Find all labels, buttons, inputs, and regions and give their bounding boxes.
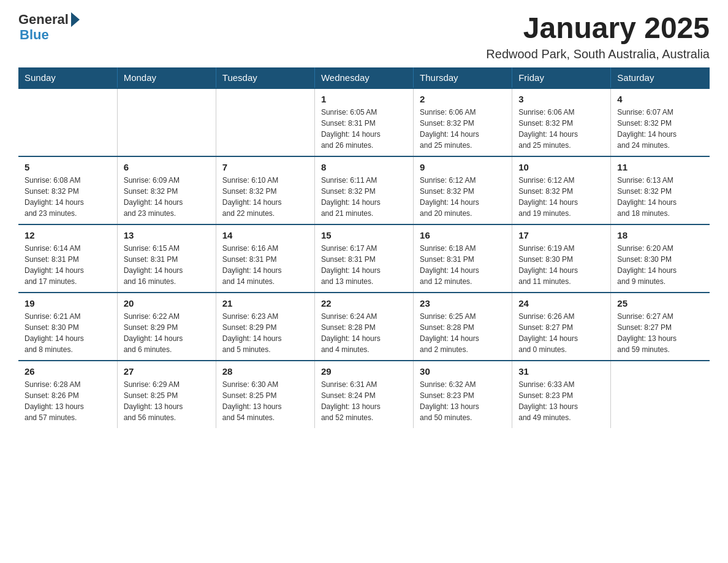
day-number: 29 (321, 366, 407, 377)
day-number: 17 (518, 230, 604, 240)
day-number: 25 (617, 298, 703, 308)
calendar-cell: 5Sunrise: 6:08 AM Sunset: 8:32 PM Daylig… (18, 156, 117, 224)
day-number: 11 (617, 162, 703, 172)
day-number: 16 (420, 230, 506, 240)
calendar-cell: 6Sunrise: 6:09 AM Sunset: 8:32 PM Daylig… (117, 156, 216, 224)
calendar-subtitle: Redwood Park, South Australia, Australia (486, 47, 710, 61)
calendar-cell: 15Sunrise: 6:17 AM Sunset: 8:31 PM Dayli… (314, 224, 413, 293)
day-info: Sunrise: 6:31 AM Sunset: 8:24 PM Dayligh… (321, 379, 407, 423)
day-info: Sunrise: 6:06 AM Sunset: 8:32 PM Dayligh… (518, 107, 604, 151)
day-info: Sunrise: 6:05 AM Sunset: 8:31 PM Dayligh… (321, 107, 407, 151)
calendar-cell: 25Sunrise: 6:27 AM Sunset: 8:27 PM Dayli… (611, 293, 710, 361)
day-number: 4 (617, 94, 703, 104)
day-number: 21 (222, 298, 308, 308)
header-tuesday: Tuesday (216, 67, 314, 88)
day-number: 2 (420, 94, 506, 104)
calendar-cell: 28Sunrise: 6:30 AM Sunset: 8:25 PM Dayli… (216, 361, 314, 428)
day-info: Sunrise: 6:32 AM Sunset: 8:23 PM Dayligh… (420, 379, 506, 423)
day-number: 24 (518, 298, 604, 308)
calendar-cell: 23Sunrise: 6:25 AM Sunset: 8:28 PM Dayli… (414, 293, 512, 361)
calendar-cell: 30Sunrise: 6:32 AM Sunset: 8:23 PM Dayli… (414, 361, 512, 428)
day-number: 31 (518, 366, 604, 377)
calendar-week-row: 12Sunrise: 6:14 AM Sunset: 8:31 PM Dayli… (18, 224, 710, 293)
calendar-cell: 16Sunrise: 6:18 AM Sunset: 8:31 PM Dayli… (414, 224, 512, 293)
day-info: Sunrise: 6:21 AM Sunset: 8:30 PM Dayligh… (25, 311, 111, 355)
day-info: Sunrise: 6:10 AM Sunset: 8:32 PM Dayligh… (222, 175, 308, 219)
calendar-cell (117, 88, 216, 156)
day-number: 8 (321, 162, 407, 172)
calendar-cell: 11Sunrise: 6:13 AM Sunset: 8:32 PM Dayli… (611, 156, 710, 224)
calendar-cell: 10Sunrise: 6:12 AM Sunset: 8:32 PM Dayli… (512, 156, 611, 224)
day-number: 27 (124, 366, 210, 377)
calendar-week-row: 5Sunrise: 6:08 AM Sunset: 8:32 PM Daylig… (18, 156, 710, 224)
calendar-cell: 4Sunrise: 6:07 AM Sunset: 8:32 PM Daylig… (611, 88, 710, 156)
day-info: Sunrise: 6:06 AM Sunset: 8:32 PM Dayligh… (420, 107, 506, 151)
calendar-cell: 20Sunrise: 6:22 AM Sunset: 8:29 PM Dayli… (117, 293, 216, 361)
day-number: 26 (25, 366, 111, 377)
day-number: 28 (222, 366, 308, 377)
day-info: Sunrise: 6:12 AM Sunset: 8:32 PM Dayligh… (518, 175, 604, 219)
day-info: Sunrise: 6:26 AM Sunset: 8:27 PM Dayligh… (518, 311, 604, 355)
day-number: 20 (124, 298, 210, 308)
logo: General Blue (18, 12, 81, 43)
calendar-cell: 26Sunrise: 6:28 AM Sunset: 8:26 PM Dayli… (18, 361, 117, 428)
day-info: Sunrise: 6:08 AM Sunset: 8:32 PM Dayligh… (25, 175, 111, 219)
logo-blue-text: Blue (20, 27, 49, 43)
calendar-table: SundayMondayTuesdayWednesdayThursdayFrid… (18, 67, 710, 428)
day-number: 30 (420, 366, 506, 377)
calendar-week-row: 26Sunrise: 6:28 AM Sunset: 8:26 PM Dayli… (18, 361, 710, 428)
day-info: Sunrise: 6:24 AM Sunset: 8:28 PM Dayligh… (321, 311, 407, 355)
day-info: Sunrise: 6:09 AM Sunset: 8:32 PM Dayligh… (124, 175, 210, 219)
header-sunday: Sunday (18, 67, 117, 88)
calendar-cell: 27Sunrise: 6:29 AM Sunset: 8:25 PM Dayli… (117, 361, 216, 428)
day-info: Sunrise: 6:18 AM Sunset: 8:31 PM Dayligh… (420, 243, 506, 287)
day-info: Sunrise: 6:16 AM Sunset: 8:31 PM Dayligh… (222, 243, 308, 287)
calendar-cell: 7Sunrise: 6:10 AM Sunset: 8:32 PM Daylig… (216, 156, 314, 224)
calendar-cell (18, 88, 117, 156)
day-number: 22 (321, 298, 407, 308)
page-header: General Blue January 2025 Redwood Park, … (18, 12, 710, 61)
logo-top: General (18, 12, 81, 27)
day-number: 5 (25, 162, 111, 172)
header-wednesday: Wednesday (314, 67, 413, 88)
day-info: Sunrise: 6:27 AM Sunset: 8:27 PM Dayligh… (617, 311, 703, 355)
day-number: 9 (420, 162, 506, 172)
day-info: Sunrise: 6:13 AM Sunset: 8:32 PM Dayligh… (617, 175, 703, 219)
day-info: Sunrise: 6:12 AM Sunset: 8:32 PM Dayligh… (420, 175, 506, 219)
day-info: Sunrise: 6:33 AM Sunset: 8:23 PM Dayligh… (518, 379, 604, 423)
day-number: 23 (420, 298, 506, 308)
day-info: Sunrise: 6:07 AM Sunset: 8:32 PM Dayligh… (617, 107, 703, 151)
calendar-cell: 13Sunrise: 6:15 AM Sunset: 8:31 PM Dayli… (117, 224, 216, 293)
calendar-week-row: 19Sunrise: 6:21 AM Sunset: 8:30 PM Dayli… (18, 293, 710, 361)
calendar-cell: 24Sunrise: 6:26 AM Sunset: 8:27 PM Dayli… (512, 293, 611, 361)
day-info: Sunrise: 6:29 AM Sunset: 8:25 PM Dayligh… (124, 379, 210, 423)
day-info: Sunrise: 6:25 AM Sunset: 8:28 PM Dayligh… (420, 311, 506, 355)
calendar-cell: 22Sunrise: 6:24 AM Sunset: 8:28 PM Dayli… (314, 293, 413, 361)
day-number: 13 (124, 230, 210, 240)
calendar-cell: 3Sunrise: 6:06 AM Sunset: 8:32 PM Daylig… (512, 88, 611, 156)
day-info: Sunrise: 6:22 AM Sunset: 8:29 PM Dayligh… (124, 311, 210, 355)
calendar-cell: 9Sunrise: 6:12 AM Sunset: 8:32 PM Daylig… (414, 156, 512, 224)
calendar-cell (611, 361, 710, 428)
calendar-cell: 1Sunrise: 6:05 AM Sunset: 8:31 PM Daylig… (314, 88, 413, 156)
calendar-cell: 12Sunrise: 6:14 AM Sunset: 8:31 PM Dayli… (18, 224, 117, 293)
day-info: Sunrise: 6:17 AM Sunset: 8:31 PM Dayligh… (321, 243, 407, 287)
day-number: 14 (222, 230, 308, 240)
day-info: Sunrise: 6:11 AM Sunset: 8:32 PM Dayligh… (321, 175, 407, 219)
calendar-cell: 21Sunrise: 6:23 AM Sunset: 8:29 PM Dayli… (216, 293, 314, 361)
calendar-title: January 2025 (486, 12, 710, 45)
day-number: 19 (25, 298, 111, 308)
calendar-cell (216, 88, 314, 156)
calendar-cell: 19Sunrise: 6:21 AM Sunset: 8:30 PM Dayli… (18, 293, 117, 361)
title-section: January 2025 Redwood Park, South Austral… (486, 12, 710, 61)
day-info: Sunrise: 6:20 AM Sunset: 8:30 PM Dayligh… (617, 243, 703, 287)
day-info: Sunrise: 6:14 AM Sunset: 8:31 PM Dayligh… (25, 243, 111, 287)
day-info: Sunrise: 6:15 AM Sunset: 8:31 PM Dayligh… (124, 243, 210, 287)
header-monday: Monday (117, 67, 216, 88)
logo-arrow-icon (71, 12, 80, 27)
day-info: Sunrise: 6:30 AM Sunset: 8:25 PM Dayligh… (222, 379, 308, 423)
calendar-cell: 8Sunrise: 6:11 AM Sunset: 8:32 PM Daylig… (314, 156, 413, 224)
day-number: 15 (321, 230, 407, 240)
header-thursday: Thursday (414, 67, 512, 88)
day-number: 12 (25, 230, 111, 240)
